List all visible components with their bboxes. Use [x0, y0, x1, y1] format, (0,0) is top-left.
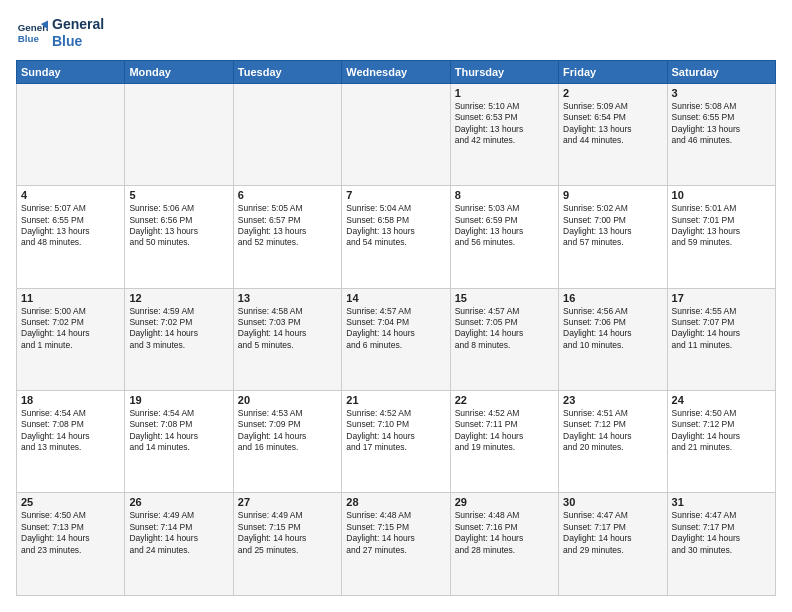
calendar-week-row: 1Sunrise: 5:10 AM Sunset: 6:53 PM Daylig… [17, 83, 776, 185]
calendar-day-21: 21Sunrise: 4:52 AM Sunset: 7:10 PM Dayli… [342, 391, 450, 493]
calendar-day-1: 1Sunrise: 5:10 AM Sunset: 6:53 PM Daylig… [450, 83, 558, 185]
calendar-day-26: 26Sunrise: 4:49 AM Sunset: 7:14 PM Dayli… [125, 493, 233, 596]
day-number: 5 [129, 189, 228, 201]
day-number: 15 [455, 292, 554, 304]
calendar-day-28: 28Sunrise: 4:48 AM Sunset: 7:15 PM Dayli… [342, 493, 450, 596]
day-info: Sunrise: 4:51 AM Sunset: 7:12 PM Dayligh… [563, 408, 662, 454]
day-number: 4 [21, 189, 120, 201]
day-info: Sunrise: 5:08 AM Sunset: 6:55 PM Dayligh… [672, 101, 771, 147]
calendar-day-7: 7Sunrise: 5:04 AM Sunset: 6:58 PM Daylig… [342, 186, 450, 288]
day-info: Sunrise: 4:52 AM Sunset: 7:11 PM Dayligh… [455, 408, 554, 454]
day-number: 22 [455, 394, 554, 406]
weekday-header-friday: Friday [559, 60, 667, 83]
calendar-day-24: 24Sunrise: 4:50 AM Sunset: 7:12 PM Dayli… [667, 391, 775, 493]
calendar-empty-cell [233, 83, 341, 185]
logo-general: General [52, 16, 104, 33]
calendar-day-12: 12Sunrise: 4:59 AM Sunset: 7:02 PM Dayli… [125, 288, 233, 390]
day-info: Sunrise: 4:57 AM Sunset: 7:04 PM Dayligh… [346, 306, 445, 352]
day-number: 9 [563, 189, 662, 201]
logo: General Blue General Blue [16, 16, 104, 50]
day-number: 30 [563, 496, 662, 508]
calendar-day-4: 4Sunrise: 5:07 AM Sunset: 6:55 PM Daylig… [17, 186, 125, 288]
day-number: 28 [346, 496, 445, 508]
day-number: 12 [129, 292, 228, 304]
calendar-table: SundayMondayTuesdayWednesdayThursdayFrid… [16, 60, 776, 596]
calendar-day-25: 25Sunrise: 4:50 AM Sunset: 7:13 PM Dayli… [17, 493, 125, 596]
calendar-day-27: 27Sunrise: 4:49 AM Sunset: 7:15 PM Dayli… [233, 493, 341, 596]
calendar-day-19: 19Sunrise: 4:54 AM Sunset: 7:08 PM Dayli… [125, 391, 233, 493]
day-number: 24 [672, 394, 771, 406]
day-info: Sunrise: 4:59 AM Sunset: 7:02 PM Dayligh… [129, 306, 228, 352]
day-number: 25 [21, 496, 120, 508]
page: General Blue General Blue SundayMondayTu… [0, 0, 792, 612]
day-info: Sunrise: 5:02 AM Sunset: 7:00 PM Dayligh… [563, 203, 662, 249]
day-info: Sunrise: 5:06 AM Sunset: 6:56 PM Dayligh… [129, 203, 228, 249]
day-info: Sunrise: 5:03 AM Sunset: 6:59 PM Dayligh… [455, 203, 554, 249]
calendar-day-14: 14Sunrise: 4:57 AM Sunset: 7:04 PM Dayli… [342, 288, 450, 390]
day-info: Sunrise: 4:54 AM Sunset: 7:08 PM Dayligh… [21, 408, 120, 454]
day-number: 11 [21, 292, 120, 304]
day-info: Sunrise: 4:55 AM Sunset: 7:07 PM Dayligh… [672, 306, 771, 352]
calendar-day-3: 3Sunrise: 5:08 AM Sunset: 6:55 PM Daylig… [667, 83, 775, 185]
calendar-day-13: 13Sunrise: 4:58 AM Sunset: 7:03 PM Dayli… [233, 288, 341, 390]
calendar-day-18: 18Sunrise: 4:54 AM Sunset: 7:08 PM Dayli… [17, 391, 125, 493]
weekday-header-thursday: Thursday [450, 60, 558, 83]
calendar-day-9: 9Sunrise: 5:02 AM Sunset: 7:00 PM Daylig… [559, 186, 667, 288]
day-number: 7 [346, 189, 445, 201]
day-info: Sunrise: 5:01 AM Sunset: 7:01 PM Dayligh… [672, 203, 771, 249]
calendar-day-17: 17Sunrise: 4:55 AM Sunset: 7:07 PM Dayli… [667, 288, 775, 390]
calendar-empty-cell [125, 83, 233, 185]
calendar-day-16: 16Sunrise: 4:56 AM Sunset: 7:06 PM Dayli… [559, 288, 667, 390]
day-info: Sunrise: 5:09 AM Sunset: 6:54 PM Dayligh… [563, 101, 662, 147]
day-number: 18 [21, 394, 120, 406]
day-info: Sunrise: 4:49 AM Sunset: 7:14 PM Dayligh… [129, 510, 228, 556]
calendar-day-29: 29Sunrise: 4:48 AM Sunset: 7:16 PM Dayli… [450, 493, 558, 596]
day-number: 26 [129, 496, 228, 508]
day-number: 3 [672, 87, 771, 99]
logo-icon: General Blue [16, 17, 48, 49]
day-info: Sunrise: 4:48 AM Sunset: 7:16 PM Dayligh… [455, 510, 554, 556]
calendar-week-row: 18Sunrise: 4:54 AM Sunset: 7:08 PM Dayli… [17, 391, 776, 493]
day-info: Sunrise: 4:58 AM Sunset: 7:03 PM Dayligh… [238, 306, 337, 352]
weekday-header-row: SundayMondayTuesdayWednesdayThursdayFrid… [17, 60, 776, 83]
day-number: 23 [563, 394, 662, 406]
day-info: Sunrise: 4:50 AM Sunset: 7:12 PM Dayligh… [672, 408, 771, 454]
day-info: Sunrise: 4:52 AM Sunset: 7:10 PM Dayligh… [346, 408, 445, 454]
day-number: 29 [455, 496, 554, 508]
calendar-day-6: 6Sunrise: 5:05 AM Sunset: 6:57 PM Daylig… [233, 186, 341, 288]
day-info: Sunrise: 4:49 AM Sunset: 7:15 PM Dayligh… [238, 510, 337, 556]
calendar-day-2: 2Sunrise: 5:09 AM Sunset: 6:54 PM Daylig… [559, 83, 667, 185]
logo-blue: Blue [52, 33, 104, 50]
day-info: Sunrise: 4:47 AM Sunset: 7:17 PM Dayligh… [563, 510, 662, 556]
header: General Blue General Blue [16, 16, 776, 50]
day-info: Sunrise: 4:47 AM Sunset: 7:17 PM Dayligh… [672, 510, 771, 556]
weekday-header-tuesday: Tuesday [233, 60, 341, 83]
day-info: Sunrise: 5:10 AM Sunset: 6:53 PM Dayligh… [455, 101, 554, 147]
calendar-empty-cell [342, 83, 450, 185]
day-info: Sunrise: 4:57 AM Sunset: 7:05 PM Dayligh… [455, 306, 554, 352]
weekday-header-wednesday: Wednesday [342, 60, 450, 83]
day-number: 14 [346, 292, 445, 304]
calendar-day-8: 8Sunrise: 5:03 AM Sunset: 6:59 PM Daylig… [450, 186, 558, 288]
day-info: Sunrise: 5:00 AM Sunset: 7:02 PM Dayligh… [21, 306, 120, 352]
day-number: 19 [129, 394, 228, 406]
day-info: Sunrise: 5:07 AM Sunset: 6:55 PM Dayligh… [21, 203, 120, 249]
calendar-day-11: 11Sunrise: 5:00 AM Sunset: 7:02 PM Dayli… [17, 288, 125, 390]
day-number: 10 [672, 189, 771, 201]
day-info: Sunrise: 4:48 AM Sunset: 7:15 PM Dayligh… [346, 510, 445, 556]
day-number: 6 [238, 189, 337, 201]
calendar-empty-cell [17, 83, 125, 185]
day-number: 20 [238, 394, 337, 406]
calendar-day-10: 10Sunrise: 5:01 AM Sunset: 7:01 PM Dayli… [667, 186, 775, 288]
day-number: 2 [563, 87, 662, 99]
day-info: Sunrise: 4:50 AM Sunset: 7:13 PM Dayligh… [21, 510, 120, 556]
day-number: 27 [238, 496, 337, 508]
day-info: Sunrise: 5:04 AM Sunset: 6:58 PM Dayligh… [346, 203, 445, 249]
day-info: Sunrise: 4:53 AM Sunset: 7:09 PM Dayligh… [238, 408, 337, 454]
calendar-day-31: 31Sunrise: 4:47 AM Sunset: 7:17 PM Dayli… [667, 493, 775, 596]
day-info: Sunrise: 4:56 AM Sunset: 7:06 PM Dayligh… [563, 306, 662, 352]
svg-text:Blue: Blue [18, 33, 40, 44]
calendar-day-22: 22Sunrise: 4:52 AM Sunset: 7:11 PM Dayli… [450, 391, 558, 493]
calendar-day-30: 30Sunrise: 4:47 AM Sunset: 7:17 PM Dayli… [559, 493, 667, 596]
calendar-day-23: 23Sunrise: 4:51 AM Sunset: 7:12 PM Dayli… [559, 391, 667, 493]
